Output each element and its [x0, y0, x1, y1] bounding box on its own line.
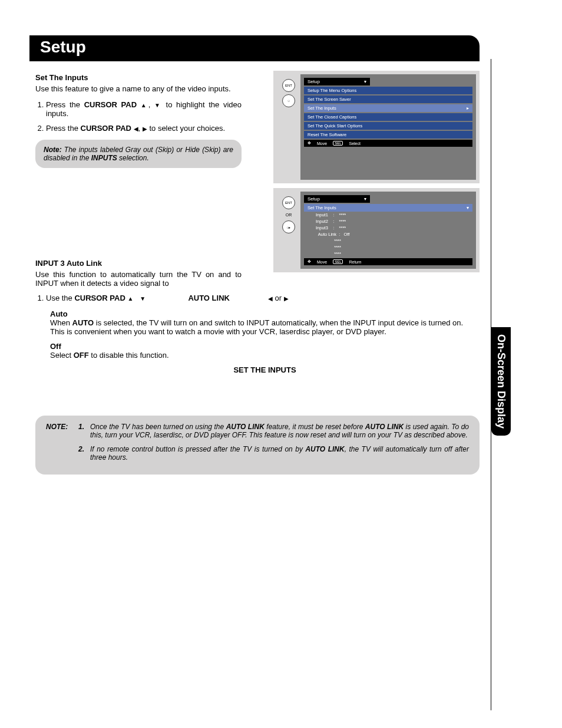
osd-item-selected: Set The Inputs▸ [304, 104, 472, 112]
remote-button-cursor: ○ [282, 94, 295, 107]
dpad-icon: ✥ [308, 141, 311, 146]
osd-item: Set The Screen Saver [304, 95, 472, 103]
set-inputs-footer: SET THE INPUTS [50, 365, 480, 374]
down-icon: ▼ [140, 295, 146, 302]
osd-title: Setup ▾ [304, 78, 370, 85]
osd-item: Setup The Menu Options [304, 87, 472, 94]
right-icon: ▶ [143, 126, 147, 132]
off-heading: Off [50, 342, 480, 351]
section-heading-auto-link: INPUT 3 Auto Link [35, 259, 242, 268]
osd-row: Input1 : **** [304, 212, 472, 218]
autolink-step-1: Use the CURSOR PAD ▲ ▼ AUTO LINK ◀ or ▶ [46, 294, 480, 302]
osd-item: Set The Quick Start Options [304, 122, 472, 130]
note-box-2: NOTE: 1. Once the TV has been turned on … [35, 416, 480, 475]
osd-row: **** [304, 251, 472, 257]
down-icon: ▼ [154, 102, 162, 108]
up-icon: ▲ [141, 102, 148, 108]
osd-item: Set The Closed Captions [304, 113, 472, 121]
osd-panel-1: ENT ○ Setup ▾ Setup The Menu Options Set… [273, 71, 480, 183]
left-icon: ◀ [268, 295, 273, 302]
osd-title: Setup ▾ [304, 195, 370, 203]
remote-button-cursor: ○▸ [282, 220, 295, 233]
osd-panel-2: ENT OR ○▸ Setup ▾ Set The Inputs▾ Input1… [273, 188, 480, 272]
osd-row: **** [304, 244, 472, 251]
left-icon: ◀ [134, 126, 138, 132]
step-2: Press the CURSOR PAD ◀, ▶ to select your… [46, 124, 242, 133]
osd-footer: ✥Move SELSelect [304, 140, 472, 147]
section-heading-set-inputs: Set The Inputs [35, 73, 242, 82]
step-1: Press the CURSOR PAD ▲, ▼ to highlight t… [46, 100, 242, 118]
page-title: Setup [29, 35, 480, 61]
note-box-1: Note: The inputs labeled Gray out (Skip)… [35, 140, 242, 168]
up-icon: ▲ [127, 295, 133, 302]
osd-row: Auto Link : Off [304, 231, 472, 238]
off-text: Select OFF to disable this function. [50, 351, 480, 360]
section-tab: On-Screen Display [491, 327, 511, 436]
osd-row: Input2 : **** [304, 218, 472, 225]
right-icon: ▶ [284, 295, 289, 302]
auto-heading: Auto [50, 309, 480, 318]
osd-subtitle: Set The Inputs▾ [304, 204, 472, 212]
or-label: OR [286, 213, 292, 217]
osd-item: Reset The Software [304, 131, 472, 139]
intro-text: Use this feature to give a name to any o… [35, 84, 242, 93]
dpad-icon: ✥ [308, 259, 311, 264]
intro-text: Use this function to automatically turn … [35, 270, 242, 288]
remote-button-ent: ENT [282, 79, 295, 92]
remote-button-ent: ENT [282, 196, 295, 209]
osd-row: **** [304, 238, 472, 244]
auto-text: When AUTO is selected, the TV will turn … [50, 318, 480, 336]
osd-footer: ✥Move SELReturn [304, 258, 472, 265]
osd-row: Input3 : **** [304, 225, 472, 231]
